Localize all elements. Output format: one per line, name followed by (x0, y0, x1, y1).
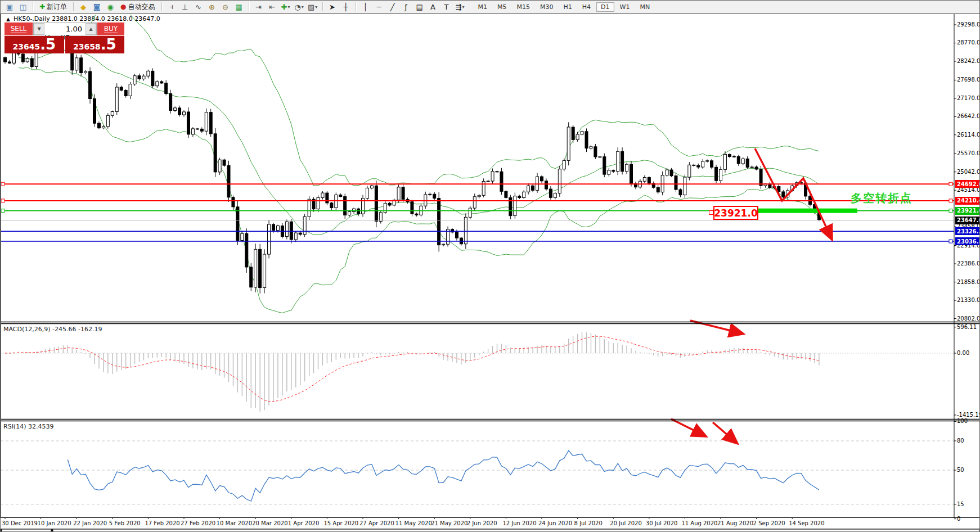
bottom-window-edge (1, 529, 980, 532)
date-label: 14 Sep 2020 (789, 520, 824, 526)
hline-handle (949, 199, 952, 202)
rsi-axis-label: 50 (957, 467, 964, 473)
date-label: 30 Jul 2020 (646, 520, 678, 526)
date-label: 11 Aug 2020 (681, 520, 717, 526)
volume-spinner: ▼ 1.00 ▲ (33, 22, 97, 35)
buy-button[interactable]: BUY (97, 22, 124, 35)
date-label: 1 Apr 2020 (288, 520, 319, 526)
price-tick-label: 27170.0 (957, 95, 980, 101)
candles-layer (4, 30, 821, 294)
bottom-edge-box-right (53, 529, 979, 532)
date-label: 8 Jul 2020 (574, 520, 603, 526)
bollinger-bands (19, 7, 819, 313)
volume-decrease-button[interactable]: ▼ (34, 23, 44, 35)
date-label: 17 Feb 2020 (145, 520, 179, 526)
macd-axis-label: 0.00 (957, 350, 969, 356)
rsi-trend-arrow (713, 422, 736, 443)
rsi-axis-label: 80 (957, 438, 964, 444)
price-tick-label: 25570.0 (957, 150, 980, 156)
macd-trend-arrow (690, 321, 742, 333)
date-label: 21 Aug 2020 (717, 520, 753, 526)
date-label: 2 Jun 2020 (467, 520, 497, 526)
macd-indicator-label: MACD(12,26,9) -245.66 -162.19 (3, 326, 102, 333)
price-line-badge: 23921.0 (955, 207, 980, 215)
date-label: 27 Feb 2020 (181, 520, 215, 526)
price-tick-label: 28242.0 (957, 58, 980, 64)
rsi-axis-label: 0 (957, 516, 960, 522)
date-label: 20 Jul 2020 (610, 520, 642, 526)
date-label: 20 Mar 2020 (252, 520, 287, 526)
chinese-annotation-text: 多空转折点 (851, 191, 912, 206)
rsi-indicator-label: RSI(14) 32.4539 (3, 423, 53, 430)
rsi-axis-label: 15 (957, 501, 964, 507)
rsi-axis-label: 100 (957, 418, 968, 424)
support-zone-bar (758, 209, 857, 213)
price-line-badge: 23036.8 (955, 237, 980, 245)
volume-increase-button[interactable]: ▲ (86, 23, 96, 35)
price-tick-label: 21330.0 (957, 297, 980, 303)
date-label: 24 Jun 2020 (538, 520, 572, 526)
rsi-trend-arrow (671, 419, 705, 436)
date-label: 12 Jun 2020 (502, 520, 536, 526)
date-label: 21 May 2020 (431, 520, 467, 526)
date-label: 10 Jan 2020 (38, 520, 71, 526)
hline-handle (949, 209, 952, 213)
date-label: 22 Jan 2020 (73, 520, 107, 526)
sell-button[interactable]: SELL (5, 22, 33, 35)
price-tick-label: 25042.0 (957, 169, 980, 175)
price-tick-label: 29298.0 (957, 21, 980, 28)
macd-pane (1, 332, 954, 412)
bottom-edge-box-left (2, 529, 51, 532)
date-label: 10 Mar 2020 (217, 520, 252, 526)
price-line-badge: 24692.6 (955, 180, 980, 188)
date-label: 15 Apr 2020 (323, 520, 358, 526)
price-tick-label: 28770.0 (957, 39, 980, 46)
macd-axis-label: -1415.19 (957, 412, 980, 418)
chart-canvas[interactable] (1, 1, 980, 532)
price-tick-label: 26114.0 (957, 132, 980, 138)
price-tick-label: 21858.0 (957, 279, 980, 285)
price-tick-label: 26642.0 (957, 113, 980, 119)
price-tick-label: 20802.0 (957, 315, 980, 322)
hline-handle (949, 240, 952, 243)
macd-axis-label: 596.11 (957, 324, 977, 330)
hline-handle (1, 182, 5, 186)
buy-price-display[interactable]: 23658.5 (65, 36, 125, 53)
date-label: 30 Dec 2019 (2, 520, 38, 526)
mt4-terminal-window: ▣◫✚新订单◆◙◉●自动交易⫞⊥∿⊕⊖▦⇥⇤✚▾◔▾▨▾➤┼│─╱ƒ▤AT⇶▾M… (0, 0, 980, 532)
hline-handle (949, 182, 952, 186)
rsi-pane (1, 441, 954, 504)
price-line-badge: 23647.0 (955, 217, 980, 224)
date-label: 11 May 2020 (395, 520, 432, 526)
hline-handle (1, 209, 5, 213)
date-label: 5 Feb 2020 (109, 520, 141, 526)
date-label: 27 Apr 2020 (359, 520, 394, 526)
price-line-badge: 24210.4 (955, 197, 980, 205)
price-trend-arrow (755, 148, 831, 238)
hline-handle (1, 199, 5, 202)
price-callout-box[interactable]: 23921.0 (713, 206, 758, 220)
sell-price-display[interactable]: 23645.5 (5, 36, 64, 53)
volume-input[interactable]: 1.00 (44, 23, 86, 35)
price-tick-label: 27698.0 (957, 76, 980, 83)
one-click-trade-panel: SELL ▼ 1.00 ▲ BUY 23645.5 23658.5 (5, 22, 124, 53)
date-label: 2 Sep 2020 (753, 520, 785, 526)
callout-anchor-handle (709, 210, 713, 215)
price-line-badge: 23326.2 (955, 227, 980, 235)
price-tick-label: 22386.0 (957, 260, 980, 267)
